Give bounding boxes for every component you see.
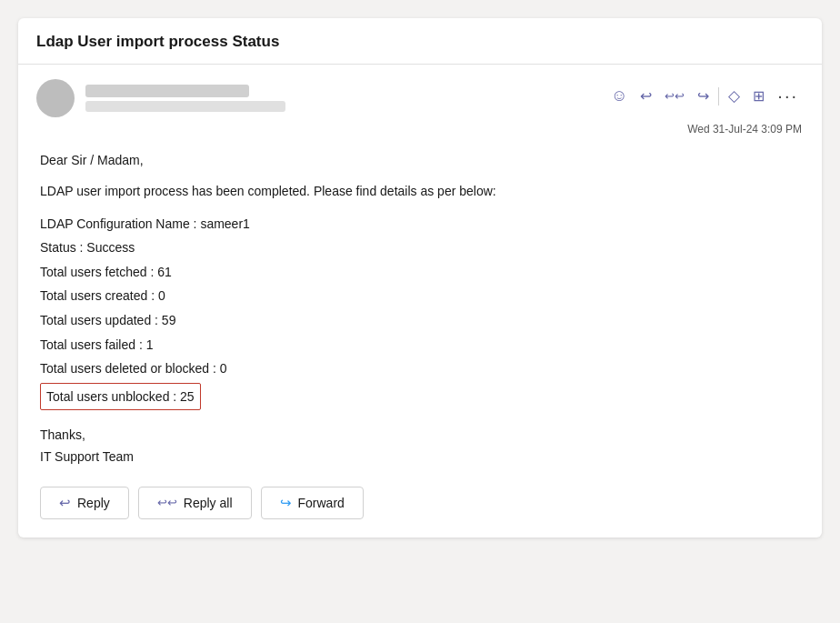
divider xyxy=(718,87,719,106)
forward-button-header[interactable]: ↪ xyxy=(692,83,715,109)
tag-button[interactable]: ◇ xyxy=(723,82,745,110)
grid-view-button[interactable]: ⊞ xyxy=(747,83,770,109)
reply-button[interactable]: ↩ Reply xyxy=(40,487,129,519)
sender-info xyxy=(36,79,285,117)
greeting: Dear Sir / Madam, xyxy=(40,150,800,172)
reply-all-icon: ↩↩ xyxy=(157,496,177,509)
more-options-button[interactable]: ··· xyxy=(772,81,804,111)
team-name: IT Support Team xyxy=(40,447,800,468)
forward-icon: ↪ xyxy=(280,495,292,511)
sender-email xyxy=(85,101,285,112)
reply-all-button[interactable]: ↩↩ Reply all xyxy=(138,487,252,519)
detail-created: Total users created : 0 xyxy=(40,284,800,308)
email-title: Ldap User import process Status xyxy=(36,33,279,50)
forward-label: Forward xyxy=(298,496,345,510)
action-buttons-row: ↩ Reply ↩↩ Reply all ↪ Forward xyxy=(36,468,804,538)
email-card: Ldap User import process Status ☺ ↩ ↩↩ ↪… xyxy=(18,18,822,538)
emoji-reaction-button[interactable]: ☺ xyxy=(605,82,633,110)
sign-off: Thanks, xyxy=(40,425,800,447)
reply-all-label: Reply all xyxy=(184,496,233,510)
detail-status: Status : Success xyxy=(40,236,800,260)
details-block: LDAP Configuration Name : sameer1 Status… xyxy=(40,212,800,411)
reply-button-header[interactable]: ↩ xyxy=(635,83,657,109)
email-body-wrapper: ☺ ↩ ↩↩ ↪ ◇ ⊞ ··· Wed 31-Jul-24 3:09 PM D… xyxy=(18,65,822,538)
detail-deleted: Total users deleted or blocked : 0 xyxy=(40,357,800,381)
reply-icon: ↩ xyxy=(59,495,71,511)
avatar xyxy=(36,79,75,117)
email-actions: ☺ ↩ ↩↩ ↪ ◇ ⊞ ··· xyxy=(605,79,804,111)
email-timestamp: Wed 31-Jul-24 3:09 PM xyxy=(36,123,804,136)
email-content: Dear Sir / Madam, LDAP user import proce… xyxy=(36,150,804,468)
detail-failed: Total users failed : 1 xyxy=(40,333,800,357)
intro-text: LDAP user import process has been comple… xyxy=(40,181,800,203)
detail-updated: Total users updated : 59 xyxy=(40,308,800,333)
forward-action-button[interactable]: ↪ Forward xyxy=(261,487,364,519)
reply-label: Reply xyxy=(77,496,110,510)
email-footer: Thanks, IT Support Team xyxy=(40,425,800,468)
detail-unblocked: Total users unblocked : 25 xyxy=(40,381,800,411)
email-title-bar: Ldap User import process Status xyxy=(18,18,822,65)
detail-config-name: LDAP Configuration Name : sameer1 xyxy=(40,212,800,236)
sender-details xyxy=(85,85,285,112)
reply-all-button-header[interactable]: ↩↩ xyxy=(659,85,690,107)
email-header-row: ☺ ↩ ↩↩ ↪ ◇ ⊞ ··· xyxy=(36,79,804,117)
unblocked-highlight: Total users unblocked : 25 xyxy=(40,383,201,411)
detail-fetched: Total users fetched : 61 xyxy=(40,260,800,285)
sender-name xyxy=(85,85,249,97)
